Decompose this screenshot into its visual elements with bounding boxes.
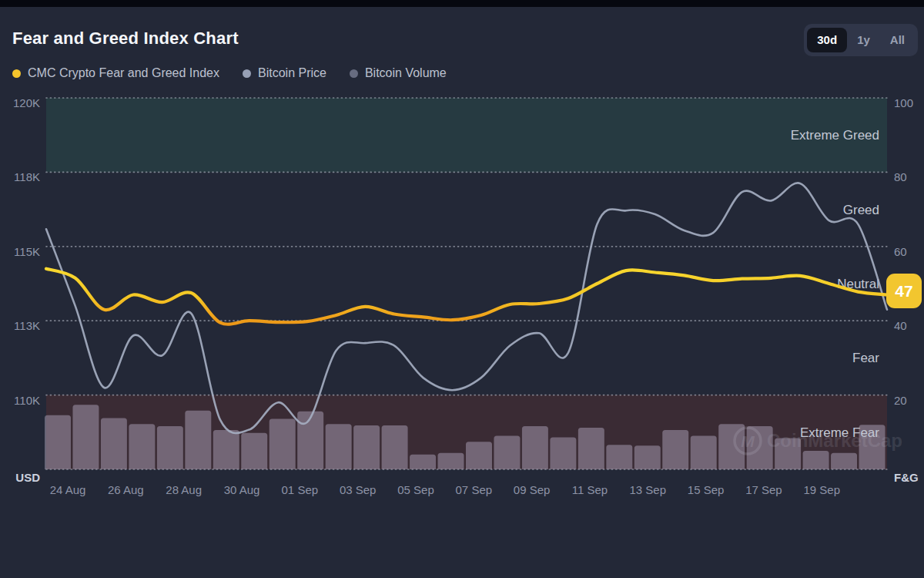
- volume-bar: [157, 426, 183, 469]
- right-axis-tick: 60: [894, 245, 907, 258]
- x-axis-tick: 26 Aug: [108, 483, 144, 496]
- right-axis-tick: 80: [894, 170, 907, 183]
- x-axis-tick: 13 Sep: [630, 483, 667, 496]
- left-axis-tick: 120K: [13, 96, 40, 109]
- volume-bar: [550, 438, 576, 469]
- zone-label-extreme-fear: Extreme Fear: [800, 425, 879, 440]
- volume-bar: [297, 412, 323, 469]
- volume-bar: [410, 455, 436, 469]
- right-axis-tick: 100: [894, 96, 913, 109]
- extreme-greed-zone-band: [46, 98, 887, 172]
- x-axis-tick: 30 Aug: [224, 483, 260, 496]
- volume-bar: [101, 418, 127, 469]
- left-axis-tick: 113K: [14, 319, 40, 332]
- volume-bar: [606, 445, 632, 469]
- volume-bar: [691, 436, 717, 469]
- volume-bar: [129, 424, 155, 469]
- volume-bar: [494, 436, 520, 469]
- x-axis-tick: 09 Sep: [514, 483, 551, 496]
- volume-bar: [45, 415, 71, 469]
- x-axis-tick: 07 Sep: [456, 483, 493, 496]
- right-axis-tick: 40: [894, 319, 907, 332]
- volume-bar: [241, 433, 267, 469]
- x-axis-tick: 19 Sep: [804, 483, 841, 496]
- fear-greed-index-line: [46, 269, 887, 324]
- volume-bar: [72, 405, 99, 469]
- left-axis-unit: USD: [15, 471, 40, 484]
- fear-greed-chart: 120K118K115K113K110KUSD10080604020F&G24 …: [0, 0, 924, 578]
- volume-bar: [438, 453, 464, 469]
- zone-label-fear: Fear: [852, 351, 879, 365]
- coinmarketcap-logo-letter: M: [741, 432, 755, 450]
- x-axis-tick: 05 Sep: [397, 483, 434, 496]
- volume-bar: [353, 425, 380, 469]
- x-axis-tick: 15 Sep: [688, 483, 725, 496]
- volume-bar: [213, 430, 239, 469]
- volume-bar: [326, 424, 352, 469]
- x-axis-tick: 28 Aug: [166, 483, 202, 496]
- left-axis-tick: 115K: [14, 245, 40, 258]
- volume-bar: [466, 442, 492, 469]
- current-fng-badge: 47: [886, 274, 922, 308]
- left-axis-tick: 110K: [14, 394, 40, 407]
- volume-bar: [803, 451, 829, 469]
- x-axis-tick: 17 Sep: [745, 483, 782, 496]
- volume-bar: [578, 428, 604, 469]
- zone-label-greed: Greed: [843, 203, 879, 217]
- volume-bar: [831, 453, 857, 469]
- left-axis-tick: 118K: [14, 170, 40, 183]
- x-axis-tick: 03 Sep: [340, 483, 377, 496]
- x-axis-tick: 11 Sep: [572, 483, 608, 496]
- volume-bar: [634, 445, 661, 469]
- x-axis-tick: 24 Aug: [50, 483, 86, 496]
- x-axis-tick: 01 Sep: [282, 483, 319, 496]
- right-axis-unit: F&G: [894, 471, 919, 484]
- volume-bar: [270, 418, 296, 469]
- volume-bar: [185, 411, 211, 469]
- volume-bar: [662, 430, 688, 469]
- volume-bar: [382, 425, 408, 469]
- right-axis-tick: 20: [894, 394, 907, 407]
- volume-bar: [522, 426, 548, 469]
- zone-label-extreme-greed: Extreme Greed: [791, 128, 879, 143]
